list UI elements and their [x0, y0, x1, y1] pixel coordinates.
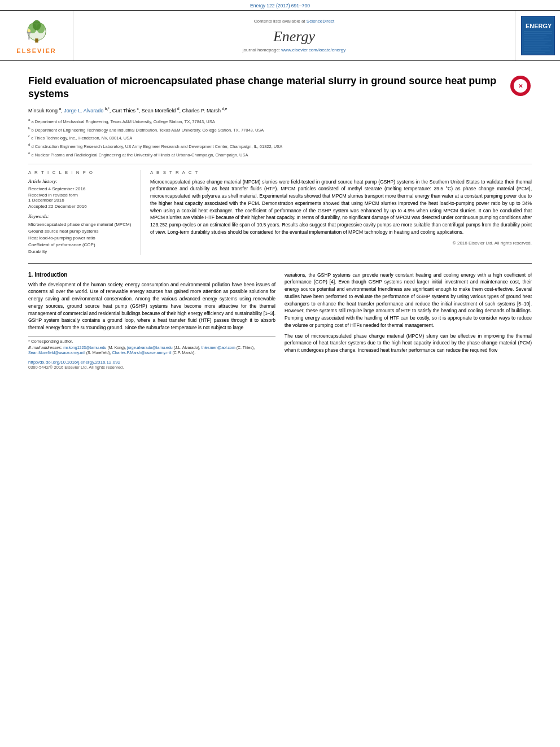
svg-rect-15	[524, 38, 544, 40]
body-left-col: 1. Introduction With the development of …	[28, 272, 275, 370]
header-divider	[28, 164, 532, 164]
email-kong[interactable]: mskong1223@tamu.edu	[63, 346, 106, 350]
author-alvarado[interactable]: Jorge L. Alvarado	[64, 108, 103, 113]
keyword-2: Ground source heat pump systems	[28, 228, 134, 235]
svg-rect-14	[524, 37, 549, 38]
affil-d: d d Construction Engineering Research La…	[28, 142, 532, 150]
keyword-1: Microencapsulated phase change material …	[28, 221, 134, 228]
crossmark-badge[interactable]: ✕	[509, 75, 532, 97]
abstract-text: Microencapsulated phase change material …	[150, 178, 532, 236]
svg-rect-17	[524, 42, 548, 43]
keywords-title: Keywords:	[28, 213, 134, 219]
crossmark-inner-icon: ✕	[514, 79, 527, 93]
email-morefield[interactable]: Sean.Morefield@usace.army.mil	[28, 351, 85, 355]
sciencedirect-link[interactable]: ScienceDirect	[307, 19, 334, 24]
homepage-url[interactable]: www.elsevier.com/locate/energy	[281, 47, 345, 53]
keyword-4: Coefficient of performance (COP)	[28, 242, 134, 248]
svg-rect-12	[524, 33, 552, 34]
svg-rect-23	[524, 52, 545, 53]
svg-rect-13	[524, 35, 546, 36]
author-thies: Curt Thies	[112, 108, 135, 113]
email-alvarado[interactable]: jorge.alvarado@tamu.edu	[127, 346, 173, 350]
info-abstract-columns: A R T I C L E I N F O Article history: R…	[28, 170, 532, 255]
copyright-line: © 2016 Elsevier Ltd. All rights reserved…	[150, 241, 532, 246]
body-right-col: variations, the GSHP systems can provide…	[285, 272, 532, 370]
intro-paragraph-1: With the development of the human societ…	[28, 281, 275, 331]
history-title: Article history:	[28, 178, 134, 184]
journal-citation: Energy 122 (2017) 691–700	[0, 0, 560, 10]
corresponding-author-note: * Corresponding author.	[28, 339, 275, 344]
abstract-header: A B S T R A C T	[150, 170, 532, 175]
journal-header-bar: ELSEVIER Contents lists available at Sci…	[0, 10, 560, 61]
homepage-line: journal homepage: www.elsevier.com/locat…	[243, 47, 345, 53]
citation-text: Energy 122 (2017) 691–700	[250, 3, 310, 8]
svg-rect-5	[28, 32, 29, 40]
received-date: Received 4 September 2016	[28, 186, 134, 191]
affil-b: b b Department of Engineering Technology…	[28, 125, 532, 133]
energy-journal-logo-icon: ENERGY	[521, 16, 555, 55]
intro-section-title: 1. Introduction	[28, 272, 275, 278]
affil-a: a a Department of Mechanical Engineering…	[28, 117, 532, 125]
article-info-column: A R T I C L E I N F O Article history: R…	[28, 170, 141, 255]
author-morefield: Sean Morefield	[142, 108, 176, 113]
elsevier-brand-text: ELSEVIER	[16, 47, 56, 54]
elsevier-tree-icon	[20, 17, 54, 45]
keywords-list: Microencapsulated phase change material …	[28, 221, 134, 255]
svg-rect-16	[524, 40, 551, 41]
journal-name: Energy	[273, 28, 315, 45]
svg-rect-21	[524, 49, 541, 50]
revised-date: Received in revised form1 December 2016	[28, 193, 134, 203]
authors-line: Minsuk Kong a, Jorge L. Alvarado b,*, Cu…	[28, 107, 532, 113]
paper-title-section: Field evaluation of microencapsulated ph…	[28, 75, 532, 101]
energy-logo-image: ENERGY	[521, 16, 555, 55]
author-marsh: Charles P. Marsh	[182, 108, 221, 113]
svg-rect-20	[524, 47, 549, 48]
accepted-date: Accepted 22 December 2016	[28, 204, 134, 209]
svg-rect-1	[35, 38, 38, 42]
email-thies[interactable]: thiesmen@aol.com	[202, 346, 235, 350]
keyword-5: Durability	[28, 248, 134, 255]
affil-e: e e Nuclear Plasma and Radiological Engi…	[28, 150, 532, 158]
crossmark-circle-icon: ✕	[510, 76, 531, 96]
journal-center-info: Contents lists available at ScienceDirec…	[73, 11, 515, 60]
article-info-header: A R T I C L E I N F O	[28, 170, 134, 175]
abstract-column: A B S T R A C T Microencapsulated phase …	[150, 170, 532, 255]
affil-c: c c Thies Technology, Inc., Henderson, N…	[28, 133, 532, 141]
body-divider	[28, 263, 532, 264]
intro-paragraph-2: variations, the GSHP systems can provide…	[285, 272, 532, 329]
issn-line: 0360-5442/© 2016 Elsevier Ltd. All right…	[28, 365, 275, 370]
svg-text:ENERGY: ENERGY	[526, 23, 552, 29]
footnote-area: * Corresponding author. E-mail addresses…	[28, 336, 275, 370]
svg-point-4	[32, 20, 41, 30]
elsevier-logo: ELSEVIER	[0, 11, 73, 60]
contents-line: Contents lists available at ScienceDirec…	[254, 19, 334, 24]
energy-logo-box: ENERGY	[515, 11, 560, 60]
svg-rect-22	[524, 50, 550, 51]
email-marsh[interactable]: Charles.P.Marsh@usace.army.mil	[112, 351, 172, 355]
paper-title: Field evaluation of microencapsulated ph…	[28, 75, 504, 101]
emails-text: mskong1223@tamu.edu (M. Kong), jorge.alv…	[28, 346, 255, 355]
svg-point-7	[27, 29, 30, 32]
paper-content: Field evaluation of microencapsulated ph…	[0, 61, 560, 375]
intro-paragraph-3: The use of microencapsulated phase chang…	[285, 333, 532, 354]
affiliations: a a Department of Mechanical Engineering…	[28, 117, 532, 158]
doi-line[interactable]: http://dx.doi.org/10.1016/j.energy.2016.…	[28, 360, 275, 365]
body-columns: 1. Introduction With the development of …	[28, 272, 532, 370]
svg-rect-18	[524, 43, 545, 45]
keyword-3: Heat load-to-pumping power ratio	[28, 235, 134, 242]
svg-rect-19	[524, 45, 552, 46]
email-label: E-mail addresses: mskong1223@tamu.edu (M…	[28, 345, 275, 355]
